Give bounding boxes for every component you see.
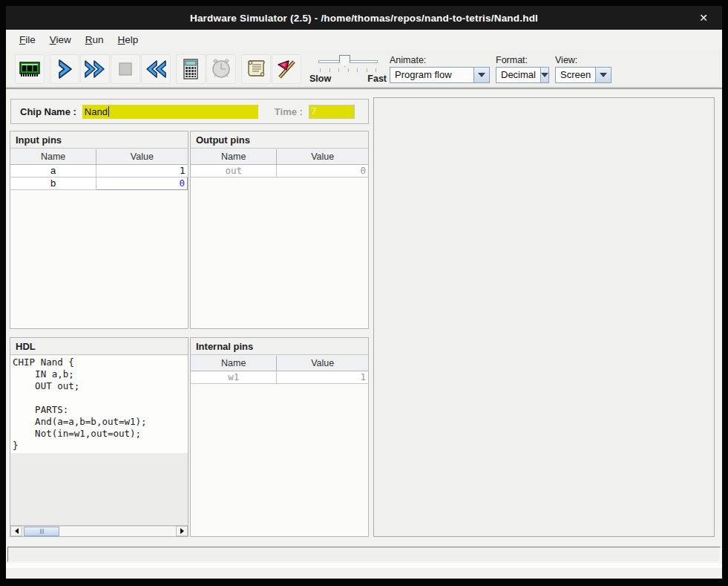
chevron-down-icon[interactable] <box>595 68 611 82</box>
slider-fast-label: Fast <box>367 74 387 84</box>
menu-run[interactable]: Run <box>79 32 110 48</box>
run-button[interactable] <box>80 54 110 84</box>
menu-view[interactable]: View <box>44 32 77 48</box>
clock-icon <box>209 57 233 81</box>
chevron-down-icon[interactable] <box>473 68 489 82</box>
hdl-horizontal-scrollbar <box>10 525 188 536</box>
chip-name-text: Nand <box>85 106 108 117</box>
speed-slider: Slow Fast <box>314 53 382 85</box>
table-row: a 1 <box>10 164 188 177</box>
chip-name-bar: Chip Name : Nand Time : 7 <box>10 99 369 124</box>
speed-slider-ticks <box>320 68 376 72</box>
stop-button <box>111 54 140 84</box>
internal-pins-panel: Internal pins Name Value w1 1 <box>190 337 369 537</box>
chevron-down-icon[interactable] <box>540 68 548 82</box>
speed-slider-thumb[interactable] <box>339 55 350 67</box>
input-pins-title: Input pins <box>10 131 188 149</box>
menu-bar: File View Run Help <box>6 30 722 50</box>
output-pins-title: Output pins <box>191 131 368 149</box>
hdl-code[interactable]: CHIP Nand { IN a,b; OUT out; PARTS: And(… <box>10 356 188 453</box>
format-group: Format: Decimal <box>496 55 549 83</box>
rewind-icon <box>143 57 168 81</box>
menu-file[interactable]: File <box>13 32 42 48</box>
title-bar: Hardware Simulator (2.5) - /home/thomas/… <box>6 6 722 30</box>
column-header-value: Value <box>277 149 368 164</box>
pin-value: 0 <box>277 164 368 177</box>
table-row: out 0 <box>191 164 368 177</box>
stop-icon <box>114 57 137 81</box>
hdl-title: HDL <box>10 338 188 355</box>
scrollbar-thumb[interactable] <box>24 527 59 536</box>
view-value: Screen <box>556 68 595 82</box>
load-chip-button[interactable] <box>15 54 45 84</box>
pin-name: out <box>191 164 277 177</box>
output-pins-panel: Output pins Name Value out 0 <box>190 131 369 329</box>
output-pins-table: Name Value out 0 <box>191 149 368 328</box>
single-step-icon <box>53 57 76 81</box>
chip-display-area <box>373 97 715 537</box>
column-header-name: Name <box>191 149 277 164</box>
format-label: Format: <box>496 55 549 65</box>
single-step-button[interactable] <box>50 54 79 84</box>
load-chip-icon <box>18 57 42 81</box>
pin-value[interactable]: 1 <box>96 164 188 177</box>
menu-help[interactable]: Help <box>112 32 145 48</box>
view-hdl-button[interactable] <box>241 54 271 84</box>
status-bar <box>7 547 721 562</box>
main-content: Chip Name : Nand Time : 7 Input pins <box>6 89 722 579</box>
text-caret <box>108 106 109 117</box>
run-icon <box>82 57 108 81</box>
calculator-button[interactable] <box>176 54 206 84</box>
animate-group: Animate: Program flow <box>390 55 490 83</box>
breakpoints-flag-icon <box>275 57 298 81</box>
clock-button <box>206 54 236 84</box>
animate-select[interactable]: Program flow <box>390 67 490 83</box>
input-pins-table: Name Value a 1 b 0 <box>10 149 188 328</box>
pin-value-editing[interactable]: 0 <box>96 177 188 189</box>
table-row: b 0 <box>10 177 188 189</box>
format-value: Decimal <box>496 68 540 82</box>
animate-value: Program flow <box>390 68 473 82</box>
breakpoints-button[interactable] <box>272 54 301 84</box>
view-select[interactable]: Screen <box>555 67 611 83</box>
scroll-right-button[interactable] <box>176 526 188 536</box>
hdl-script-icon <box>244 57 268 81</box>
pin-name: a <box>10 164 96 177</box>
time-input: 7 <box>309 105 355 119</box>
time-label: Time : <box>275 106 303 117</box>
hdl-panel: HDL CHIP Nand { IN a,b; OUT out; PARTS: … <box>10 337 188 537</box>
column-header-value: Value <box>96 149 188 164</box>
internal-pins-table: Name Value w1 1 <box>191 356 368 536</box>
internal-pins-title: Internal pins <box>191 338 368 355</box>
input-pins-panel: Input pins Name Value a 1 <box>10 131 188 329</box>
table-row: w1 1 <box>191 371 368 383</box>
pin-name: b <box>10 177 96 189</box>
window-title: Hardware Simulator (2.5) - /home/thomas/… <box>190 13 538 24</box>
time-value: 7 <box>311 105 317 117</box>
column-header-name: Name <box>10 149 96 164</box>
scroll-left-button[interactable] <box>10 526 22 536</box>
pin-name: w1 <box>191 371 277 383</box>
view-group: View: Screen <box>555 55 611 83</box>
format-select[interactable]: Decimal <box>496 67 549 83</box>
app-window: Hardware Simulator (2.5) - /home/thomas/… <box>0 0 728 586</box>
slider-slow-label: Slow <box>309 74 331 84</box>
scrollbar-track[interactable] <box>22 526 176 536</box>
pin-value: 1 <box>277 371 368 383</box>
calculator-icon <box>180 57 202 81</box>
chip-name-label: Chip Name : <box>20 106 76 117</box>
bottom-strip <box>6 563 722 568</box>
column-header-value: Value <box>277 356 368 371</box>
chip-name-input[interactable]: Nand <box>82 105 258 119</box>
close-button[interactable]: ✕ <box>697 11 710 25</box>
column-header-name: Name <box>191 356 277 371</box>
view-label: View: <box>555 55 611 65</box>
animate-label: Animate: <box>390 55 490 65</box>
toolbar: Slow Fast Animate: Program flow Format: … <box>6 50 722 89</box>
rewind-button[interactable] <box>141 54 171 84</box>
window-body: File View Run Help <box>6 30 722 579</box>
